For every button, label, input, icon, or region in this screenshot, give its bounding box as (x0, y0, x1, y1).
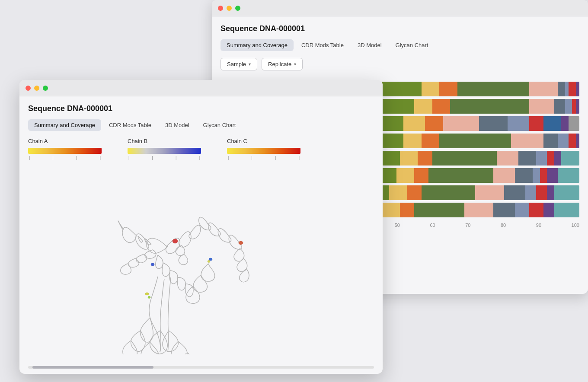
tick-start: | (29, 156, 30, 160)
axis-label: 90 (536, 223, 541, 228)
bar-segment (493, 203, 515, 217)
bar-segment (511, 134, 543, 148)
back-title-bar (212, 0, 588, 16)
bar-segment (533, 168, 540, 183)
minimize-button[interactable] (227, 6, 232, 11)
scrollbar-track[interactable] (28, 366, 374, 369)
bar-segment (493, 168, 515, 183)
chain-b-ticks: | | | | (128, 156, 201, 160)
scrollbar-thumb[interactable] (32, 366, 153, 369)
bar-segment (558, 134, 569, 148)
bar-segment (529, 82, 558, 96)
tick-start: | (228, 156, 229, 160)
back-dropdown-row: Sample ▾ Replicate ▾ (220, 58, 579, 70)
axis-label: 70 (465, 223, 470, 228)
bar-segment (432, 151, 497, 166)
axis-label: 50 (395, 223, 400, 228)
chain-c-colorbar (227, 148, 300, 154)
tick-mid2: | (176, 156, 176, 160)
bar-segment (536, 185, 547, 200)
front-close-button[interactable] (26, 86, 31, 91)
tick-mid1: | (252, 156, 252, 160)
svg-point-6 (208, 261, 210, 263)
back-replicate-label: Replicate (268, 61, 291, 67)
chain-b-label: Chain B (128, 138, 201, 144)
bar-segment (504, 185, 526, 200)
front-tab-glycan[interactable]: Glycan Chart (197, 119, 242, 131)
bar-segment (396, 168, 415, 183)
bar-segment (565, 99, 572, 114)
bar-segment (515, 203, 529, 217)
bar-segment (543, 116, 562, 131)
tick-mid2: | (76, 156, 77, 160)
axis-label: 100 (572, 223, 579, 228)
bar-segment (558, 82, 565, 96)
bar-segment (400, 203, 414, 217)
back-tab-cdr[interactable]: CDR Mods Table (295, 39, 350, 51)
bar-segment (576, 134, 579, 148)
back-sample-label: Sample (227, 61, 246, 67)
chain-a-colorbar (28, 148, 102, 154)
close-button[interactable] (218, 6, 223, 11)
bar-segment (389, 185, 407, 200)
bar-segment (508, 116, 529, 131)
bar-segment (428, 168, 493, 183)
bar-segment (529, 116, 543, 131)
bar-segment (450, 99, 529, 114)
bar-segment (561, 116, 569, 131)
bar-segment (561, 151, 579, 166)
3d-model-area[interactable] (28, 169, 374, 354)
tick-mid2: | (275, 156, 276, 160)
svg-point-1 (151, 263, 154, 266)
chain-a-label: Chain A (28, 138, 102, 144)
bar-segment (464, 203, 493, 217)
svg-point-0 (173, 239, 178, 243)
bar-segment (554, 151, 562, 166)
bar-segment (547, 168, 558, 183)
front-tab-summary[interactable]: Summary and Coverage (28, 119, 101, 131)
back-tab-3d[interactable]: 3D Model (352, 39, 388, 51)
front-maximize-button[interactable] (43, 86, 48, 91)
back-tab-glycan[interactable]: Glycan Chart (390, 39, 435, 51)
bar-segment (422, 134, 440, 148)
bar-segment (479, 116, 508, 131)
front-title-bar (19, 80, 383, 96)
bar-segment (536, 151, 547, 166)
chain-a-legend: Chain A | | | | (28, 138, 102, 160)
front-tab-3d[interactable]: 3D Model (159, 119, 195, 131)
back-replicate-dropdown[interactable]: Replicate ▾ (262, 58, 303, 70)
bar-segment (403, 134, 422, 148)
chain-c-ticks: | | | | (227, 156, 300, 160)
svg-point-2 (145, 293, 149, 295)
tick-mid1: | (152, 156, 153, 160)
back-tab-summary[interactable]: Summary and Coverage (220, 39, 294, 51)
svg-point-3 (148, 296, 150, 299)
front-sequence-title: Sequence DNA-000001 (28, 104, 374, 113)
bar-segment (565, 82, 569, 96)
bar-segment (515, 168, 533, 183)
axis-label: 60 (430, 223, 435, 228)
front-tab-cdr[interactable]: CDR Mods Table (103, 119, 157, 131)
bar-segment (418, 151, 432, 166)
bar-segment (525, 185, 536, 200)
tick-start: | (128, 156, 129, 160)
bar-segment (547, 185, 554, 200)
maximize-button[interactable] (235, 6, 240, 11)
bar-segment (543, 134, 558, 148)
bar-segment (403, 116, 425, 131)
axis-label: 80 (501, 223, 506, 228)
chains-row: Chain A | | | | Chain B | | | | (28, 138, 374, 160)
tick-end: | (199, 156, 200, 160)
bar-segment (529, 99, 554, 114)
bar-segment (414, 203, 464, 217)
bar-segment (576, 99, 579, 114)
back-sample-dropdown[interactable]: Sample ▾ (220, 58, 257, 70)
bar-segment (529, 203, 543, 217)
chain-b-legend: Chain B | | | | (128, 138, 201, 160)
svg-point-5 (209, 258, 212, 261)
back-sequence-title: Sequence DNA-000001 (220, 24, 579, 33)
chain-a-ticks: | | | | (28, 156, 102, 160)
chain-c-legend: Chain C | | | | (227, 138, 300, 160)
front-minimize-button[interactable] (34, 86, 39, 91)
bar-segment (475, 185, 504, 200)
